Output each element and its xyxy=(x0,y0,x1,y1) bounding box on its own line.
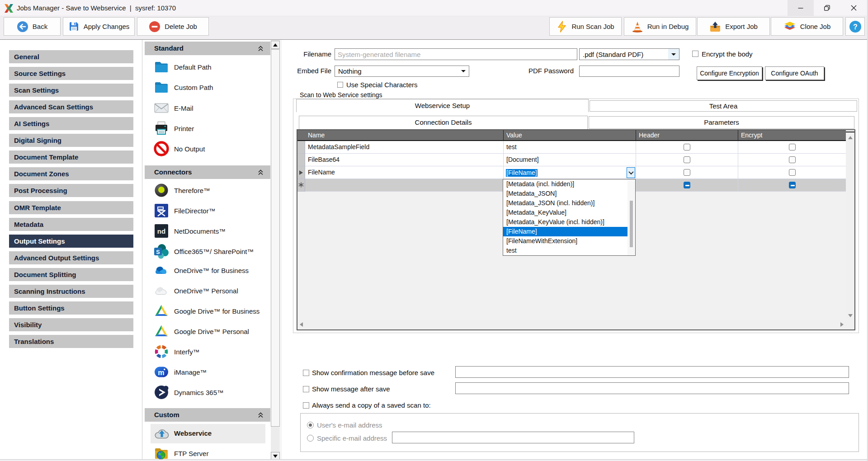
dropdown-scrollbar-thumb[interactable] xyxy=(630,201,633,247)
grid-column-name[interactable]: Name xyxy=(305,130,504,140)
grid-scroll-down-button[interactable] xyxy=(846,311,854,320)
apply-changes-button[interactable]: Apply Changes xyxy=(63,17,135,36)
grid-row-selector[interactable] xyxy=(297,154,305,166)
sidebar-item-advanced-scan-settings[interactable]: Advanced Scan Settings xyxy=(9,100,133,113)
sidebar-item-metadata[interactable]: Metadata xyxy=(9,218,133,231)
connector-item-default-path[interactable]: Default Path xyxy=(145,57,270,77)
encrypt-checkbox[interactable] xyxy=(789,169,796,176)
connector-item-google-drive-for-business[interactable]: Google Drive™ for Business xyxy=(145,301,270,321)
tab-webservice-setup[interactable]: Webservice Setup xyxy=(296,99,589,112)
value-editor-dropdown-button[interactable] xyxy=(627,167,635,178)
sidebar-item-document-splitting[interactable]: Document Splitting xyxy=(9,268,133,281)
grid-row-selector[interactable] xyxy=(297,166,305,179)
always-send-copy-checkbox[interactable] xyxy=(303,402,309,409)
grid-cell-name[interactable]: FileBase64 xyxy=(305,154,504,166)
connector-item-interfy[interactable]: Interfy™ xyxy=(145,342,270,362)
dropdown-item-6[interactable]: [FileNameWithExtension] xyxy=(503,236,635,246)
grid-vertical-scrollbar[interactable] xyxy=(846,133,854,320)
grid-column-value[interactable]: Value xyxy=(504,130,636,140)
sidebar-item-source-settings[interactable]: Source Settings xyxy=(9,67,133,80)
sidebar-item-general[interactable]: General xyxy=(9,50,133,63)
grid-cell-name[interactable]: MetadataSampleField xyxy=(305,141,504,154)
run-scan-job-button[interactable]: Run Scan Job xyxy=(549,17,622,36)
collapse-group-icon[interactable] xyxy=(258,169,263,175)
dropdown-item-2[interactable]: [Metadata_JSON (incl. hidden)] xyxy=(503,198,635,208)
dropdown-item-1[interactable]: [Metadata_JSON] xyxy=(503,189,635,198)
grid-cell-value[interactable]: [Document] xyxy=(504,154,636,166)
grid-new-row-selector[interactable] xyxy=(297,179,305,192)
maximize-restore-button[interactable] xyxy=(814,0,840,16)
grid-column-header[interactable]: Header xyxy=(636,130,738,140)
tab-test-area[interactable]: Test Area xyxy=(590,100,857,112)
connector-item-netdocuments[interactable]: ndNetDocuments™ xyxy=(145,221,270,241)
grid-row-selector[interactable] xyxy=(297,141,305,154)
connector-group-connectors[interactable]: Connectors xyxy=(145,165,270,179)
connector-group-standard[interactable]: Standard xyxy=(145,42,270,55)
dropdown-scrollbar[interactable] xyxy=(627,179,635,255)
grid-scroll-left-button[interactable] xyxy=(297,320,305,329)
dropdown-item-5[interactable]: [FileName] xyxy=(503,227,635,236)
sidebar-item-advanced-output-settings[interactable]: Advanced Output Settings xyxy=(9,251,133,264)
dropdown-item-0[interactable]: [Metadata (incl. hidden)] xyxy=(503,179,635,189)
sidebar-item-scan-settings[interactable]: Scan Settings xyxy=(9,84,133,97)
sidebar-item-document-template[interactable]: Document Template xyxy=(9,151,133,164)
clone-job-button[interactable]: Clone Job xyxy=(771,17,843,36)
grid-scroll-up-button[interactable] xyxy=(846,133,854,141)
dropdown-item-3[interactable]: [Metadata_KeyValue] xyxy=(503,208,635,217)
dropdown-item-7[interactable]: test xyxy=(503,246,635,255)
sidebar-item-output-settings[interactable]: Output Settings xyxy=(9,235,133,248)
dropdown-item-4[interactable]: [Metadata_KeyValue (incl. hidden)] xyxy=(503,217,635,227)
connector-item-office365-sharepoint[interactable]: SOffice365™/ SharePoint™ xyxy=(145,241,270,262)
tab-connection-details[interactable]: Connection Details xyxy=(299,116,588,129)
after-save-message-input[interactable] xyxy=(455,382,849,394)
export-job-button[interactable]: Export Job xyxy=(697,17,770,36)
tab-parameters[interactable]: Parameters xyxy=(589,116,854,129)
specific-email-input[interactable] xyxy=(392,432,634,443)
scroll-up-button[interactable] xyxy=(271,41,280,49)
connector-item-onedrive-for-business[interactable]: OneDrive™ for Business xyxy=(145,260,270,281)
header-checkbox[interactable] xyxy=(684,169,690,176)
connector-item-onedrive-personal[interactable]: OneDrive™ Personal xyxy=(145,281,270,301)
sidebar-item-scanning-instructions[interactable]: Scanning Instructions xyxy=(9,285,133,298)
encrypt-checkbox[interactable] xyxy=(789,182,796,188)
close-button[interactable] xyxy=(840,0,867,16)
delete-job-button[interactable]: Delete Job xyxy=(137,17,209,36)
connector-item-e-mail[interactable]: E-Mail xyxy=(145,98,270,118)
minimize-button[interactable] xyxy=(788,0,814,16)
use-special-characters-checkbox[interactable] xyxy=(337,82,343,88)
configure-encryption-button[interactable]: Configure Encryption xyxy=(697,66,762,80)
header-checkbox[interactable] xyxy=(684,156,690,163)
grid-cell-name[interactable]: FileName xyxy=(305,166,504,179)
encrypt-body-checkbox[interactable] xyxy=(692,51,698,57)
connector-item-dynamics-365[interactable]: Dynamics 365™ xyxy=(145,382,270,403)
connector-item-webservice[interactable]: Webservice xyxy=(145,423,270,443)
confirmation-message-input[interactable] xyxy=(455,366,849,378)
show-message-after-checkbox[interactable] xyxy=(303,386,309,392)
sidebar-item-document-zones[interactable]: Document Zones xyxy=(9,167,133,180)
embed-file-select[interactable]: Nothing xyxy=(335,66,469,77)
connector-scrollbar[interactable] xyxy=(271,40,280,460)
sidebar-item-omr-template[interactable]: OMR Template xyxy=(9,201,133,214)
connector-item-google-drive-personal[interactable]: Google Drive™ Personal xyxy=(145,321,270,342)
encrypt-checkbox[interactable] xyxy=(789,144,796,151)
help-button[interactable]: ? xyxy=(845,17,865,36)
value-editor-selection[interactable]: [FileName] xyxy=(506,169,538,177)
sidebar-item-visibility[interactable]: Visibility xyxy=(9,318,133,331)
grid-scroll-right-button[interactable] xyxy=(838,320,846,329)
filename-input[interactable] xyxy=(335,48,577,60)
show-confirmation-checkbox[interactable] xyxy=(303,370,309,376)
connector-item-no-output[interactable]: No Output xyxy=(145,139,270,159)
connector-item-custom-path[interactable]: Custom Path xyxy=(145,77,270,98)
pdf-password-input[interactable] xyxy=(579,66,679,77)
sidebar-item-post-processing[interactable]: Post Processing xyxy=(9,184,133,197)
sidebar-item-button-settings[interactable]: Button Settings xyxy=(9,301,133,315)
configure-oauth-button[interactable]: Configure OAuth xyxy=(765,66,824,80)
header-checkbox[interactable] xyxy=(684,144,690,151)
grid-cell-name[interactable] xyxy=(305,179,504,192)
connector-item-imanage[interactable]: m iManage™ xyxy=(145,362,270,382)
connector-group-custom[interactable]: Custom xyxy=(145,408,270,422)
run-in-debug-button[interactable]: Run in Debug xyxy=(624,17,696,36)
file-format-select[interactable]: .pdf (Standard PDF) xyxy=(579,48,679,60)
sidebar-item-translations[interactable]: Translations xyxy=(9,335,133,348)
encrypt-checkbox[interactable] xyxy=(789,156,796,163)
